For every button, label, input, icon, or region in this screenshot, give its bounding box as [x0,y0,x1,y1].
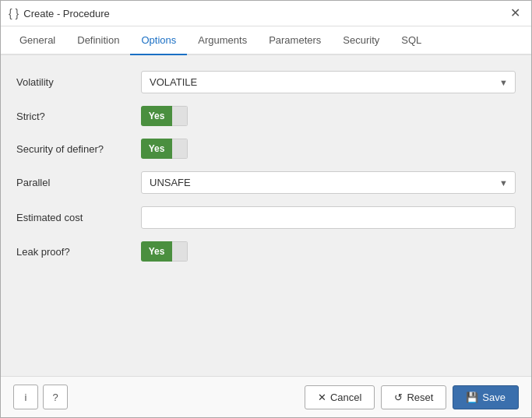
security-definer-toggle-on-label: Yes [141,139,172,159]
close-button[interactable]: ✕ [507,5,523,21]
security-definer-toggle[interactable]: Yes [141,139,188,159]
strict-toggle[interactable]: Yes [141,106,188,126]
title-bar: { } Create - Procedure ✕ [1,1,531,26]
volatility-select-wrapper: VOLATILE STABLE IMMUTABLE ▼ [141,71,516,93]
security-definer-row: Security of definer? Yes [16,139,516,159]
reset-icon: ↺ [394,392,403,403]
parallel-control: UNSAFE RESTRICTED SAFE ▼ [141,171,516,194]
parallel-select[interactable]: UNSAFE RESTRICTED SAFE [141,171,516,194]
strict-label: Strict? [16,111,141,122]
leak-proof-toggle-on-label: Yes [141,241,172,262]
help-button[interactable]: ? [43,385,68,409]
cancel-label: Cancel [330,392,361,403]
info-icon: i [25,392,27,403]
procedure-icon: { } [9,7,19,19]
window-title: Create - Procedure [23,8,110,19]
tab-definition[interactable]: Definition [66,26,130,55]
volatility-select[interactable]: VOLATILE STABLE IMMUTABLE [141,71,516,93]
help-icon: ? [52,392,58,403]
leak-proof-toggle-handle [172,241,188,262]
footer-right: ✕ Cancel ↺ Reset 💾 Save [305,385,519,409]
save-icon: 💾 [466,392,478,403]
tab-options[interactable]: Options [130,26,187,55]
parallel-label: Parallel [16,177,141,188]
cancel-icon: ✕ [318,392,326,403]
volatility-row: Volatility VOLATILE STABLE IMMUTABLE ▼ [16,71,516,93]
parallel-select-wrapper: UNSAFE RESTRICTED SAFE ▼ [141,171,516,194]
footer-left: i ? [13,385,68,409]
leak-proof-toggle-container: Yes [141,241,516,262]
tab-arguments[interactable]: Arguments [187,26,258,55]
leak-proof-control: Yes [141,241,516,262]
leak-proof-toggle[interactable]: Yes [141,241,188,262]
save-label: Save [482,392,506,403]
tab-general[interactable]: General [9,26,66,55]
strict-toggle-container: Yes [141,106,516,126]
security-definer-label: Security of definer? [16,143,141,155]
estimated-cost-control [141,206,516,229]
volatility-label: Volatility [16,76,141,88]
tab-parameters[interactable]: Parameters [258,26,332,55]
estimated-cost-input[interactable] [141,206,516,229]
leak-proof-row: Leak proof? Yes [16,241,516,262]
reset-label: Reset [407,392,433,403]
strict-toggle-handle [172,106,188,126]
title-bar-left: { } Create - Procedure [9,7,110,19]
tab-bar: General Definition Options Arguments Par… [1,26,531,55]
options-content: Volatility VOLATILE STABLE IMMUTABLE ▼ S… [1,55,531,376]
estimated-cost-row: Estimated cost [16,206,516,229]
security-definer-control: Yes [141,139,516,159]
estimated-cost-label: Estimated cost [16,212,141,223]
tab-security[interactable]: Security [332,26,390,55]
create-procedure-window: { } Create - Procedure ✕ General Definit… [0,0,532,418]
info-button[interactable]: i [13,385,38,409]
leak-proof-label: Leak proof? [16,246,141,258]
tab-sql[interactable]: SQL [390,26,432,55]
cancel-button[interactable]: ✕ Cancel [305,385,375,409]
footer: i ? ✕ Cancel ↺ Reset 💾 Save [1,376,531,417]
strict-control: Yes [141,106,516,126]
security-definer-toggle-handle [172,139,188,159]
security-definer-toggle-container: Yes [141,139,516,159]
save-button[interactable]: 💾 Save [453,385,519,409]
strict-row: Strict? Yes [16,106,516,126]
reset-button[interactable]: ↺ Reset [381,385,446,409]
volatility-control: VOLATILE STABLE IMMUTABLE ▼ [141,71,516,93]
strict-toggle-on-label: Yes [141,106,172,126]
parallel-row: Parallel UNSAFE RESTRICTED SAFE ▼ [16,171,516,194]
